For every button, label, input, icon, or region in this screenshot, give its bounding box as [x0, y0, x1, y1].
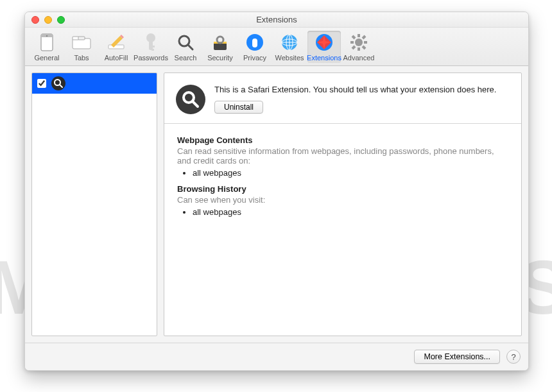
titlebar: Extensions: [25, 12, 528, 28]
svg-rect-22: [252, 38, 257, 47]
toolbar-item-autofill[interactable]: AutoFill: [99, 31, 133, 63]
svg-line-39: [352, 46, 355, 49]
svg-rect-9: [108, 45, 124, 49]
webpage-contents-heading: Webpage Contents: [177, 135, 508, 145]
extension-details: This is a Safari Extension. You should t…: [164, 72, 522, 336]
browsing-history-bullet: all webpages: [193, 207, 508, 217]
toolbar-item-security[interactable]: Security: [203, 31, 237, 63]
browsing-history-text: Can see when you visit:: [177, 195, 508, 205]
toolbar-item-tabs[interactable]: Tabs: [65, 31, 98, 63]
extension-list-item[interactable]: [32, 73, 157, 94]
svg-line-38: [363, 36, 365, 38]
preferences-toolbar: General Tabs AutoFill Passwords: [25, 28, 528, 66]
general-icon: [37, 32, 57, 53]
toolbar-item-label: AutoFill: [105, 54, 128, 62]
search-icon: [175, 32, 196, 53]
toolbar-item-label: Search: [175, 54, 197, 62]
toolbar-item-advanced[interactable]: Advanced: [342, 31, 375, 63]
toolbar-item-search[interactable]: Search: [169, 31, 202, 63]
toolbar-item-websites[interactable]: Websites: [273, 31, 306, 63]
svg-rect-20: [217, 37, 223, 43]
extension-enable-checkbox[interactable]: [37, 79, 46, 88]
magnifier-icon: [51, 76, 65, 90]
svg-line-37: [363, 46, 365, 49]
svg-point-31: [355, 38, 363, 46]
advanced-icon: [349, 32, 369, 53]
extensions-icon: [314, 32, 334, 53]
preferences-window: Extensions General Tabs AutoFill: [24, 12, 529, 371]
svg-point-12: [146, 33, 155, 42]
toolbar-item-privacy[interactable]: Privacy: [238, 31, 272, 63]
toolbar-item-general[interactable]: General: [30, 31, 64, 63]
svg-rect-8: [78, 37, 85, 40]
autofill-icon: [106, 32, 126, 53]
window-title: Extensions: [25, 15, 528, 24]
extensions-sidebar: [31, 72, 157, 336]
svg-line-17: [188, 45, 193, 49]
content-area: This is a Safari Extension. You should t…: [25, 66, 528, 343]
more-extensions-button[interactable]: More Extensions...: [414, 350, 500, 364]
svg-line-41: [60, 85, 62, 87]
help-button[interactable]: ?: [506, 350, 521, 364]
webpage-contents-bullet: all webpages: [193, 168, 508, 178]
extension-permissions: Webpage Contents Can read sensitive info…: [164, 124, 521, 234]
security-icon: [210, 32, 230, 53]
toolbar-item-label: Extensions: [307, 54, 341, 62]
magnifier-icon: [176, 85, 205, 114]
tabs-icon: [71, 32, 92, 53]
websites-icon: [279, 32, 300, 53]
extension-description: This is a Safari Extension. You should t…: [214, 85, 496, 94]
privacy-icon: [245, 32, 265, 53]
toolbar-item-label: Tabs: [74, 54, 89, 62]
svg-rect-15: [151, 49, 154, 51]
webpage-contents-text: Can read sensitive information from webp…: [177, 146, 508, 166]
svg-line-43: [193, 101, 198, 107]
uninstall-button[interactable]: Uninstall: [214, 101, 263, 114]
passwords-icon: [141, 32, 161, 53]
toolbar-item-label: Security: [207, 54, 233, 62]
window-footer: More Extensions... ?: [25, 343, 528, 370]
toolbar-item-label: Websites: [275, 54, 304, 62]
toolbar-item-label: Passwords: [134, 54, 168, 62]
browsing-history-heading: Browsing History: [177, 184, 508, 194]
svg-point-5: [46, 35, 47, 37]
toolbar-item-label: Privacy: [243, 54, 266, 62]
svg-rect-14: [151, 46, 155, 47]
toolbar-item-label: Advanced: [343, 54, 375, 62]
toolbar-item-label: General: [34, 54, 59, 62]
toolbar-item-extensions[interactable]: Extensions: [307, 31, 341, 63]
svg-line-36: [352, 36, 355, 38]
toolbar-item-passwords[interactable]: Passwords: [134, 31, 168, 63]
